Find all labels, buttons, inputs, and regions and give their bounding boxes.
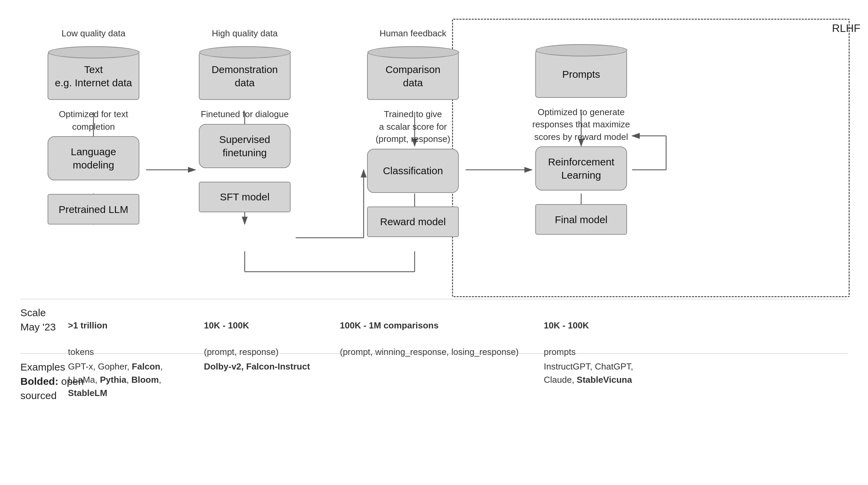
scale-col3-sub: (prompt, winning_response, losing_respon… [340, 347, 519, 357]
col1-output-text: Pretrained LLM [58, 203, 128, 216]
col4-output-text: Final model [555, 213, 607, 226]
col3-data-label: Human feedback [380, 27, 447, 39]
examples-col1: GPT-x, Gopher, Falcon, LLaMa, Pythia, Bl… [68, 360, 163, 400]
examples-sourced-label: sourced [20, 390, 57, 401]
col3-process-box: Classification [367, 149, 459, 193]
col2-cylinder-body: Demonstration data [199, 52, 291, 100]
col1-output-box: Pretrained LLM [48, 194, 139, 224]
col1-process-text: Language modeling [71, 145, 116, 172]
scale-title: Scale May '23 [20, 306, 56, 334]
scale-col2: 10K - 100K (prompt, response) [204, 306, 279, 359]
col4-cylinder-body: Prompts [535, 50, 627, 98]
col2-cylinder-top [199, 46, 291, 58]
col3-cylinder-text: Comparison data [385, 63, 440, 89]
col1-process-box: Language modeling [48, 136, 139, 180]
column-4: Prompts Optimized to generate responses … [532, 27, 630, 235]
col2-process-text: Supervised finetuning [219, 133, 270, 159]
col1-cylinder: Text e.g. Internet data [48, 46, 139, 100]
col1-cylinder-text: Text e.g. Internet data [55, 63, 132, 89]
scale-col4-sub: prompts [544, 347, 576, 357]
column-2: High quality data Demonstration data Fin… [195, 27, 294, 212]
col4-cylinder-text: Prompts [562, 68, 600, 81]
col4-output-box: Final model [535, 204, 627, 235]
scale-col2-text: 10K - 100K (prompt, response) [204, 306, 279, 359]
diagram-container: RLHF [0, 0, 868, 485]
col3-process-caption: Trained to give a scalar score for (prom… [376, 108, 450, 145]
col3-cylinder-body: Comparison data [367, 52, 459, 100]
col3-cylinder-top [367, 46, 459, 58]
scale-col3: 100K - 1M comparisons (prompt, winning_r… [340, 306, 519, 359]
scale-section: Scale May '23 [20, 306, 56, 334]
scale-col1-text: >1 trillion tokens [68, 306, 107, 359]
scale-col1-bold: >1 trillion [68, 320, 107, 330]
col1-data-label: Low quality data [62, 27, 125, 39]
col2-data-label: High quality data [212, 27, 278, 39]
col1-cylinder-top [48, 46, 140, 58]
examples-col2: Dolby-v2, Falcon-Instruct [204, 360, 310, 373]
col2-output-box: SFT model [199, 182, 291, 212]
examples-title-text: Examples [20, 361, 65, 373]
scale-col4-text: 10K - 100K prompts [544, 306, 589, 359]
rlhf-label: RLHF [832, 22, 861, 35]
column-1: Low quality data Text e.g. Internet data… [44, 27, 143, 224]
scale-col2-bold: 10K - 100K [204, 320, 249, 330]
scale-col1-sub: tokens [68, 347, 94, 357]
col4-cylinder: Prompts [535, 43, 627, 98]
scale-col3-text: 100K - 1M comparisons (prompt, winning_r… [340, 306, 519, 359]
scale-col2-sub: (prompt, response) [204, 347, 279, 357]
examples-col2-text: Dolby-v2, Falcon-Instruct [204, 360, 310, 373]
scale-col3-bold: 100K - 1M comparisons [340, 320, 438, 330]
col4-process-box: Reinforcement Learning [535, 146, 627, 191]
bottom-divider [20, 353, 848, 354]
col2-process-caption: Finetuned for dialogue [201, 108, 289, 120]
col4-process-text: Reinforcement Learning [548, 155, 614, 182]
col3-output-box: Reward model [367, 206, 459, 237]
col2-process-box: Supervised finetuning [199, 124, 291, 168]
scale-col1: >1 trillion tokens [68, 306, 107, 359]
rlhf-box [452, 19, 850, 297]
scale-col4: 10K - 100K prompts [544, 306, 589, 359]
col4-cylinder-top [536, 44, 627, 56]
examples-col4-text: InstructGPT, ChatGPT, Claude, StableVicu… [544, 360, 633, 387]
col3-output-text: Reward model [380, 215, 446, 228]
col3-cylinder: Comparison data [367, 46, 459, 100]
examples-col1-text: GPT-x, Gopher, Falcon, LLaMa, Pythia, Bl… [68, 360, 163, 400]
col1-process-caption: Optimized for text completion [44, 108, 143, 133]
col4-process-caption: Optimized to generate responses that max… [532, 106, 630, 143]
col2-cylinder-text: Demonstration data [211, 63, 278, 89]
column-3: Human feedback Comparison data Trained t… [364, 27, 462, 237]
top-divider [20, 299, 848, 299]
scale-col4-bold: 10K - 100K [544, 320, 589, 330]
col2-cylinder: Demonstration data [199, 46, 291, 100]
examples-col4: InstructGPT, ChatGPT, Claude, StableVicu… [544, 360, 633, 387]
col3-process-text: Classification [383, 164, 443, 177]
col2-output-text: SFT model [220, 190, 270, 203]
col1-cylinder-body: Text e.g. Internet data [48, 52, 139, 100]
